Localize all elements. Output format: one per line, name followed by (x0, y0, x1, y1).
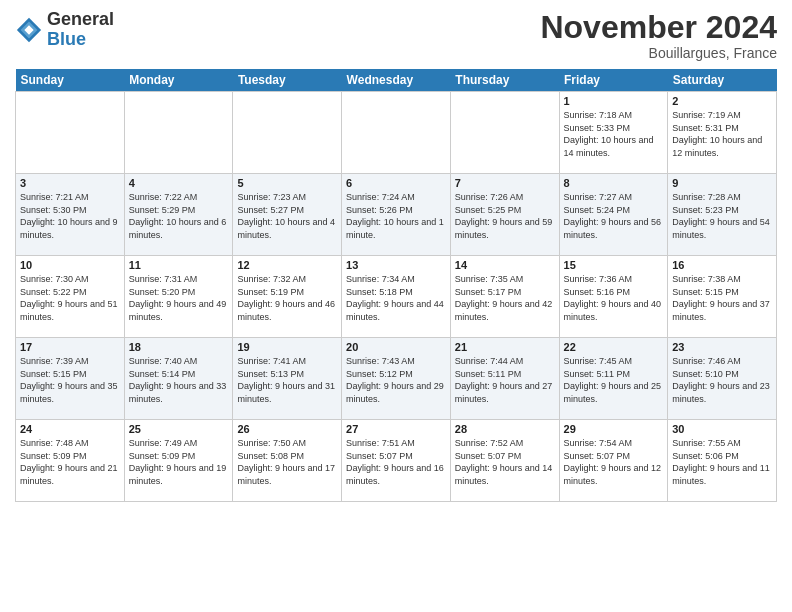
day-info: Sunrise: 7:21 AM Sunset: 5:30 PM Dayligh… (20, 191, 120, 241)
calendar-cell: 8Sunrise: 7:27 AM Sunset: 5:24 PM Daylig… (559, 174, 668, 256)
day-number: 3 (20, 177, 120, 189)
page: General Blue November 2024 Bouillargues,… (0, 0, 792, 612)
calendar-cell: 30Sunrise: 7:55 AM Sunset: 5:06 PM Dayli… (668, 420, 777, 502)
calendar-cell: 15Sunrise: 7:36 AM Sunset: 5:16 PM Dayli… (559, 256, 668, 338)
day-number: 22 (564, 341, 664, 353)
day-info: Sunrise: 7:48 AM Sunset: 5:09 PM Dayligh… (20, 437, 120, 487)
col-monday: Monday (124, 69, 233, 92)
day-info: Sunrise: 7:28 AM Sunset: 5:23 PM Dayligh… (672, 191, 772, 241)
day-info: Sunrise: 7:27 AM Sunset: 5:24 PM Dayligh… (564, 191, 664, 241)
day-number: 27 (346, 423, 446, 435)
calendar-cell (16, 92, 125, 174)
location: Bouillargues, France (540, 45, 777, 61)
day-info: Sunrise: 7:39 AM Sunset: 5:15 PM Dayligh… (20, 355, 120, 405)
day-number: 12 (237, 259, 337, 271)
day-info: Sunrise: 7:32 AM Sunset: 5:19 PM Dayligh… (237, 273, 337, 323)
calendar-cell: 13Sunrise: 7:34 AM Sunset: 5:18 PM Dayli… (342, 256, 451, 338)
calendar-cell: 24Sunrise: 7:48 AM Sunset: 5:09 PM Dayli… (16, 420, 125, 502)
day-number: 11 (129, 259, 229, 271)
day-info: Sunrise: 7:45 AM Sunset: 5:11 PM Dayligh… (564, 355, 664, 405)
calendar-cell (342, 92, 451, 174)
day-number: 14 (455, 259, 555, 271)
calendar-cell: 17Sunrise: 7:39 AM Sunset: 5:15 PM Dayli… (16, 338, 125, 420)
col-thursday: Thursday (450, 69, 559, 92)
calendar-cell: 6Sunrise: 7:24 AM Sunset: 5:26 PM Daylig… (342, 174, 451, 256)
day-number: 4 (129, 177, 229, 189)
calendar-row: 1Sunrise: 7:18 AM Sunset: 5:33 PM Daylig… (16, 92, 777, 174)
calendar-cell: 3Sunrise: 7:21 AM Sunset: 5:30 PM Daylig… (16, 174, 125, 256)
day-info: Sunrise: 7:52 AM Sunset: 5:07 PM Dayligh… (455, 437, 555, 487)
day-info: Sunrise: 7:34 AM Sunset: 5:18 PM Dayligh… (346, 273, 446, 323)
day-info: Sunrise: 7:41 AM Sunset: 5:13 PM Dayligh… (237, 355, 337, 405)
day-info: Sunrise: 7:18 AM Sunset: 5:33 PM Dayligh… (564, 109, 664, 159)
day-number: 16 (672, 259, 772, 271)
day-number: 1 (564, 95, 664, 107)
col-sunday: Sunday (16, 69, 125, 92)
day-number: 7 (455, 177, 555, 189)
calendar-row: 17Sunrise: 7:39 AM Sunset: 5:15 PM Dayli… (16, 338, 777, 420)
day-info: Sunrise: 7:55 AM Sunset: 5:06 PM Dayligh… (672, 437, 772, 487)
calendar-table: Sunday Monday Tuesday Wednesday Thursday… (15, 69, 777, 502)
col-tuesday: Tuesday (233, 69, 342, 92)
day-number: 20 (346, 341, 446, 353)
day-info: Sunrise: 7:46 AM Sunset: 5:10 PM Dayligh… (672, 355, 772, 405)
calendar-cell: 11Sunrise: 7:31 AM Sunset: 5:20 PM Dayli… (124, 256, 233, 338)
day-number: 29 (564, 423, 664, 435)
logo: General Blue (15, 10, 114, 50)
day-info: Sunrise: 7:54 AM Sunset: 5:07 PM Dayligh… (564, 437, 664, 487)
logo-general: General (47, 9, 114, 29)
calendar-cell: 7Sunrise: 7:26 AM Sunset: 5:25 PM Daylig… (450, 174, 559, 256)
calendar-row: 24Sunrise: 7:48 AM Sunset: 5:09 PM Dayli… (16, 420, 777, 502)
day-info: Sunrise: 7:22 AM Sunset: 5:29 PM Dayligh… (129, 191, 229, 241)
calendar-cell: 29Sunrise: 7:54 AM Sunset: 5:07 PM Dayli… (559, 420, 668, 502)
day-info: Sunrise: 7:43 AM Sunset: 5:12 PM Dayligh… (346, 355, 446, 405)
calendar-cell (450, 92, 559, 174)
col-friday: Friday (559, 69, 668, 92)
header-row: Sunday Monday Tuesday Wednesday Thursday… (16, 69, 777, 92)
day-info: Sunrise: 7:35 AM Sunset: 5:17 PM Dayligh… (455, 273, 555, 323)
day-number: 19 (237, 341, 337, 353)
calendar-cell: 2Sunrise: 7:19 AM Sunset: 5:31 PM Daylig… (668, 92, 777, 174)
header: General Blue November 2024 Bouillargues,… (15, 10, 777, 61)
calendar-cell: 25Sunrise: 7:49 AM Sunset: 5:09 PM Dayli… (124, 420, 233, 502)
calendar-cell (124, 92, 233, 174)
calendar-cell: 23Sunrise: 7:46 AM Sunset: 5:10 PM Dayli… (668, 338, 777, 420)
day-number: 9 (672, 177, 772, 189)
day-info: Sunrise: 7:49 AM Sunset: 5:09 PM Dayligh… (129, 437, 229, 487)
calendar-cell: 19Sunrise: 7:41 AM Sunset: 5:13 PM Dayli… (233, 338, 342, 420)
day-number: 18 (129, 341, 229, 353)
calendar-cell: 1Sunrise: 7:18 AM Sunset: 5:33 PM Daylig… (559, 92, 668, 174)
calendar-cell: 27Sunrise: 7:51 AM Sunset: 5:07 PM Dayli… (342, 420, 451, 502)
day-info: Sunrise: 7:24 AM Sunset: 5:26 PM Dayligh… (346, 191, 446, 241)
calendar-cell: 9Sunrise: 7:28 AM Sunset: 5:23 PM Daylig… (668, 174, 777, 256)
day-info: Sunrise: 7:36 AM Sunset: 5:16 PM Dayligh… (564, 273, 664, 323)
calendar-cell: 14Sunrise: 7:35 AM Sunset: 5:17 PM Dayli… (450, 256, 559, 338)
calendar-cell: 26Sunrise: 7:50 AM Sunset: 5:08 PM Dayli… (233, 420, 342, 502)
day-number: 6 (346, 177, 446, 189)
day-number: 13 (346, 259, 446, 271)
day-number: 5 (237, 177, 337, 189)
calendar-cell: 20Sunrise: 7:43 AM Sunset: 5:12 PM Dayli… (342, 338, 451, 420)
calendar-cell: 28Sunrise: 7:52 AM Sunset: 5:07 PM Dayli… (450, 420, 559, 502)
logo-text: General Blue (47, 10, 114, 50)
calendar-row: 3Sunrise: 7:21 AM Sunset: 5:30 PM Daylig… (16, 174, 777, 256)
day-info: Sunrise: 7:44 AM Sunset: 5:11 PM Dayligh… (455, 355, 555, 405)
title-block: November 2024 Bouillargues, France (540, 10, 777, 61)
calendar-row: 10Sunrise: 7:30 AM Sunset: 5:22 PM Dayli… (16, 256, 777, 338)
day-number: 2 (672, 95, 772, 107)
day-number: 21 (455, 341, 555, 353)
calendar-cell: 18Sunrise: 7:40 AM Sunset: 5:14 PM Dayli… (124, 338, 233, 420)
day-info: Sunrise: 7:51 AM Sunset: 5:07 PM Dayligh… (346, 437, 446, 487)
day-info: Sunrise: 7:40 AM Sunset: 5:14 PM Dayligh… (129, 355, 229, 405)
calendar-cell: 4Sunrise: 7:22 AM Sunset: 5:29 PM Daylig… (124, 174, 233, 256)
day-number: 24 (20, 423, 120, 435)
calendar-cell: 21Sunrise: 7:44 AM Sunset: 5:11 PM Dayli… (450, 338, 559, 420)
logo-blue: Blue (47, 29, 86, 49)
day-number: 8 (564, 177, 664, 189)
col-wednesday: Wednesday (342, 69, 451, 92)
day-info: Sunrise: 7:26 AM Sunset: 5:25 PM Dayligh… (455, 191, 555, 241)
logo-icon (15, 16, 43, 44)
day-number: 15 (564, 259, 664, 271)
day-info: Sunrise: 7:19 AM Sunset: 5:31 PM Dayligh… (672, 109, 772, 159)
calendar-cell: 16Sunrise: 7:38 AM Sunset: 5:15 PM Dayli… (668, 256, 777, 338)
